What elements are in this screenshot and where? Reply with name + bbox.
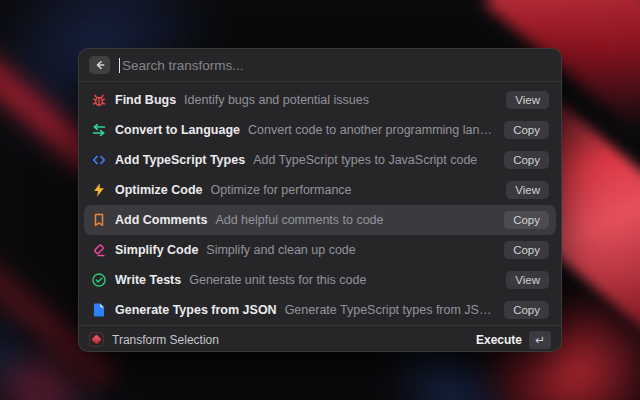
- action-button[interactable]: View: [506, 91, 549, 109]
- transform-row-add-comments[interactable]: Add Comments Add helpful comments to cod…: [84, 205, 556, 235]
- footer-source-label: Transform Selection: [112, 333, 476, 347]
- transform-row-write-tests[interactable]: Write Tests Generate unit tests for this…: [84, 265, 556, 295]
- bug-icon: [91, 92, 107, 108]
- transform-description: Simplify and clean up code: [206, 243, 496, 257]
- transform-title: Optimize Code: [115, 183, 203, 197]
- diamond-glyph: [92, 335, 102, 345]
- transform-description: Optimize for performance: [211, 183, 499, 197]
- action-button[interactable]: Copy: [504, 211, 549, 229]
- check-circle-icon: [91, 272, 107, 288]
- execute-label: Execute: [476, 333, 522, 347]
- transform-row-find-bugs[interactable]: Find Bugs Identify bugs and potential is…: [84, 85, 556, 115]
- transform-description: Generate unit tests for this code: [189, 273, 498, 287]
- action-button[interactable]: View: [506, 181, 549, 199]
- action-button[interactable]: View: [506, 271, 549, 289]
- search-input[interactable]: Search transforms...: [119, 58, 551, 73]
- transform-row-optimize-code[interactable]: Optimize Code Optimize for performance V…: [84, 175, 556, 205]
- action-button[interactable]: Copy: [504, 301, 549, 319]
- enter-key-hint: ↵: [529, 331, 551, 349]
- eraser-icon: [91, 242, 107, 258]
- bookmark-icon: [91, 212, 107, 228]
- app-logo-icon: [89, 332, 104, 347]
- transform-title: Simplify Code: [115, 243, 198, 257]
- transform-row-simplify-code[interactable]: Simplify Code Simplify and clean up code…: [84, 235, 556, 265]
- transform-title: Add Comments: [115, 213, 207, 227]
- transform-description: Add TypeScript types to JavaScript code: [253, 153, 496, 167]
- transform-title: Convert to Language: [115, 123, 240, 137]
- lightning-bolt-icon: [91, 182, 107, 198]
- swap-arrows-icon: [91, 122, 107, 138]
- transform-description: Identify bugs and potential issues: [184, 93, 498, 107]
- transform-title: Add TypeScript Types: [115, 153, 245, 167]
- transform-row-convert-to-language[interactable]: Convert to Language Convert code to anot…: [84, 115, 556, 145]
- search-placeholder: Search transforms...: [122, 58, 244, 73]
- execute-action[interactable]: Execute ↵: [476, 331, 551, 349]
- transform-description: Convert code to another programming lang…: [248, 123, 496, 137]
- desktop: Search transforms... Find Bugs Identify …: [0, 0, 640, 400]
- transform-description: Generate TypeScript types from JSON data: [285, 303, 497, 317]
- arrow-left-icon: [94, 59, 106, 71]
- transform-row-add-typescript-types[interactable]: Add TypeScript Types Add TypeScript type…: [84, 145, 556, 175]
- transform-description: Add helpful comments to code: [215, 213, 496, 227]
- search-header: Search transforms...: [79, 49, 561, 82]
- transform-title: Find Bugs: [115, 93, 176, 107]
- action-button[interactable]: Copy: [504, 121, 549, 139]
- transform-row-generate-types-from-json[interactable]: Generate Types from JSON Generate TypeSc…: [84, 295, 556, 325]
- command-palette: Search transforms... Find Bugs Identify …: [78, 48, 562, 352]
- back-button[interactable]: [89, 56, 110, 74]
- action-button[interactable]: Copy: [504, 151, 549, 169]
- code-brackets-icon: [91, 152, 107, 168]
- file-icon: [91, 302, 107, 318]
- action-button[interactable]: Copy: [504, 241, 549, 259]
- transform-title: Write Tests: [115, 273, 181, 287]
- transform-title: Generate Types from JSON: [115, 303, 277, 317]
- transforms-list: Find Bugs Identify bugs and potential is…: [79, 82, 561, 325]
- text-caret: [119, 58, 120, 73]
- palette-footer: Transform Selection Execute ↵: [79, 325, 561, 353]
